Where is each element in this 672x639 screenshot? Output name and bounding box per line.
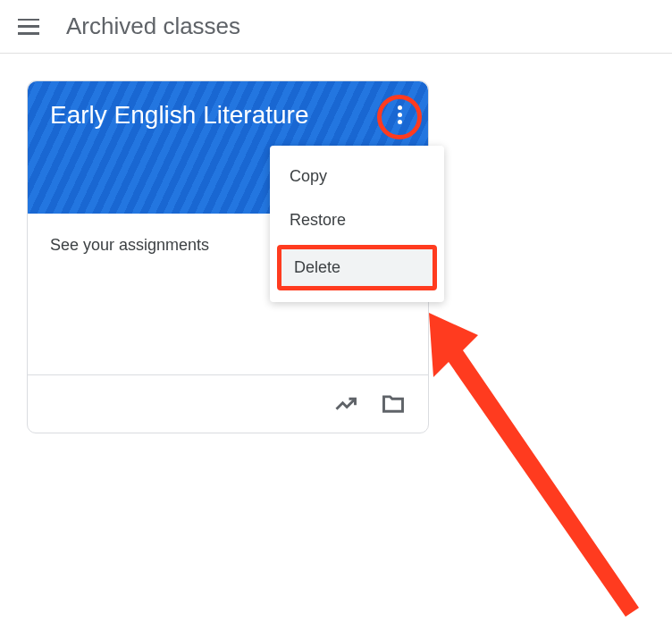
class-card: Early English Literature Copy Restore De… [27,80,429,433]
folder-icon[interactable] [381,391,406,416]
menu-item-copy[interactable]: Copy [270,155,444,198]
annotation-highlight-box: Delete [277,245,437,290]
page-title: Archived classes [66,13,240,40]
menu-item-delete[interactable]: Delete [281,249,433,286]
app-header: Archived classes [0,0,672,54]
card-footer [28,374,428,433]
menu-item-restore[interactable]: Restore [270,198,444,242]
main-content: Early English Literature Copy Restore De… [0,54,672,460]
hamburger-menu-icon[interactable] [18,16,39,38]
options-dropdown: Copy Restore Delete [270,146,444,302]
more-options-button[interactable] [389,104,410,125]
class-title[interactable]: Early English Literature [50,101,406,130]
trending-icon[interactable] [333,391,358,416]
